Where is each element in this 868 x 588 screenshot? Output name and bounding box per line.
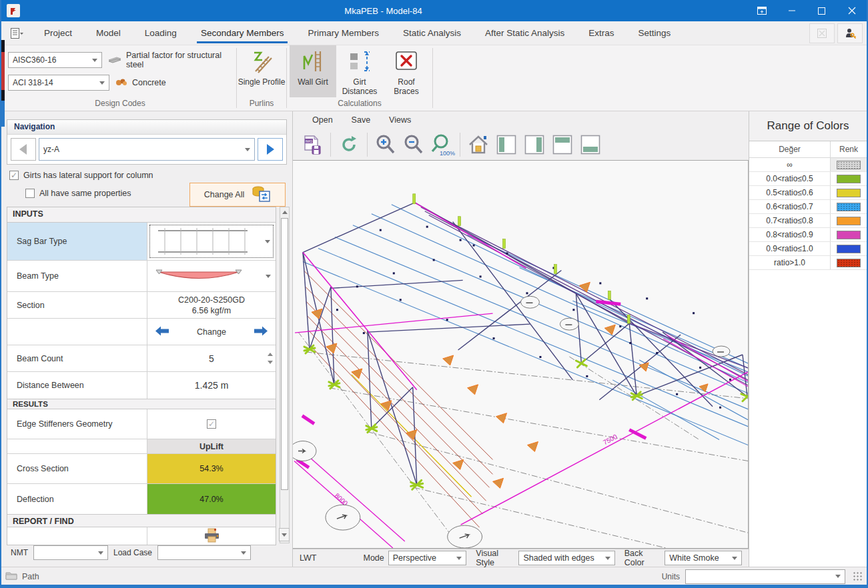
girt-distances-icon: [348, 49, 371, 75]
tab-model[interactable]: Model: [84, 21, 133, 45]
girt-distances-button[interactable]: Girt Distances: [336, 45, 383, 97]
model-canvas[interactable]: 8000 7500: [293, 160, 749, 549]
report-mini-combo[interactable]: [279, 528, 290, 541]
tab-settings[interactable]: Settings: [626, 21, 683, 45]
frame-select-combo[interactable]: yz-A: [39, 138, 255, 161]
beam-type-combo[interactable]: [149, 263, 274, 289]
same-properties-row: All have same properties Change All: [25, 185, 287, 201]
wall-girt-button[interactable]: Wall Girt: [290, 45, 336, 97]
legend-row: ∞: [749, 158, 867, 172]
nmt-label: NMT: [11, 548, 28, 557]
change-all-icon: [251, 185, 271, 205]
legend-row: 0.0<ratio≤0.5: [749, 172, 867, 186]
window-title: MkaPEB - Model-84: [20, 6, 747, 16]
menu-save[interactable]: Save: [343, 115, 380, 125]
menu-views[interactable]: Views: [380, 115, 420, 125]
zoom-out-icon[interactable]: [400, 131, 428, 159]
home-view-icon[interactable]: [464, 131, 492, 159]
mode-combo[interactable]: Perspective: [388, 551, 467, 565]
edge-stiffeners-checkbox[interactable]: ✓: [207, 419, 216, 429]
resize-grip[interactable]: [853, 572, 863, 581]
group-purlins: Single Profile Purlins: [237, 45, 286, 111]
steel-code-combo[interactable]: AISC360-16: [8, 52, 102, 68]
lwt-label[interactable]: LWT: [300, 553, 316, 563]
tab-loading[interactable]: Loading: [133, 21, 189, 45]
chevron-down-icon: [99, 81, 105, 85]
file-menu-icon[interactable]: [1, 21, 32, 45]
beam-type-label: Beam Type: [7, 261, 147, 291]
zoom-100-icon[interactable]: 100%: [428, 131, 456, 159]
change-all-button[interactable]: Change All: [189, 183, 286, 207]
sag-bar-type-combo[interactable]: [149, 225, 274, 258]
close-button[interactable]: [837, 0, 867, 21]
model-wireframe: 8000 7500: [293, 161, 748, 548]
visual-style-label: Visual Style: [476, 549, 514, 567]
chevron-down-icon: [605, 557, 610, 560]
ribbon-tabs: Project Model Loading Secondary Members …: [32, 21, 683, 45]
change-section-label[interactable]: Change: [197, 327, 226, 337]
tab-after-static-analysis[interactable]: After Static Analysis: [473, 21, 576, 45]
view-right-icon[interactable]: [520, 131, 548, 159]
section-label: Section: [7, 292, 147, 318]
legend-title: Range of Colors: [749, 111, 867, 141]
folder-icon: [5, 571, 17, 582]
print-report-icon[interactable]: [203, 528, 220, 545]
viewport-toolbar: IMG: [293, 129, 749, 160]
roof-braces-button[interactable]: Roof Braces: [383, 45, 430, 97]
color-swatch: [837, 245, 861, 253]
single-profile-button[interactable]: Single Profile: [237, 45, 286, 97]
concrete-code-combo[interactable]: ACI 318-14: [8, 75, 109, 91]
change-previous-icon[interactable]: [154, 325, 170, 339]
concrete-code-label: Concrete: [132, 78, 166, 87]
view-bottom-icon[interactable]: [576, 131, 604, 159]
same-properties-checkbox[interactable]: [25, 189, 35, 198]
single-profile-icon: [249, 49, 274, 75]
beam-count-stepper[interactable]: [268, 345, 273, 371]
steel-code-label: Partial factor for structural steel: [126, 51, 232, 69]
inputs-table: INPUTS Sag Bar Type: [7, 207, 276, 545]
view-left-icon[interactable]: [492, 131, 520, 159]
zoom-in-icon[interactable]: [372, 131, 400, 159]
ribbon-tab-bar: Project Model Loading Secondary Members …: [1, 21, 867, 45]
load-case-combo[interactable]: [157, 545, 251, 560]
nmt-combo[interactable]: [33, 545, 108, 560]
user-license-button[interactable]: [837, 23, 863, 43]
beam-count-value[interactable]: 5: [209, 353, 214, 364]
maximize-button[interactable]: [807, 0, 837, 21]
save-image-icon[interactable]: IMG: [298, 131, 326, 159]
roof-braces-icon: [394, 49, 419, 75]
visual-style-combo[interactable]: Shaded with edges: [518, 551, 614, 565]
scroll-up-icon[interactable]: [280, 207, 289, 217]
ribbon: AISC360-16 Partial factor for structural…: [1, 45, 867, 111]
back-color-combo[interactable]: White Smoke: [665, 551, 742, 565]
steel-icon: [107, 55, 122, 66]
scrollbar-thumb[interactable]: [281, 218, 288, 490]
uplift-header-row: UpLift: [7, 439, 276, 454]
tab-project[interactable]: Project: [32, 21, 84, 45]
legend-table: Değer Renk ∞ 0.0<ratio≤0.5 0.5<ratio≤0.6…: [749, 141, 867, 567]
edge-autohide-strip: [1, 40, 5, 127]
view-top-icon[interactable]: [548, 131, 576, 159]
tab-extras[interactable]: Extras: [576, 21, 626, 45]
legend-row: 0.9<ratio≤1.0: [749, 242, 867, 256]
status-bar: Path Units: [1, 567, 867, 585]
back-color-label: Back Color: [624, 549, 661, 567]
color-swatch: [837, 161, 861, 169]
group-design-codes: AISC360-16 Partial factor for structural…: [1, 45, 236, 111]
menu-open[interactable]: Open: [304, 115, 342, 125]
ribbon-display-options-icon[interactable]: [747, 0, 777, 21]
refresh-icon[interactable]: [335, 131, 363, 159]
tab-static-analysis[interactable]: Static Analysis: [391, 21, 473, 45]
minimize-button[interactable]: [777, 0, 807, 21]
nav-previous-button[interactable]: [11, 138, 36, 161]
mode-label: Mode: [363, 553, 384, 563]
lateral-support-checkbox[interactable]: ✓: [9, 171, 19, 180]
tab-secondary-members[interactable]: Secondary Members: [189, 21, 296, 45]
change-next-icon[interactable]: [253, 325, 269, 339]
properties-scrollbar[interactable]: [280, 207, 290, 543]
nav-next-button[interactable]: [258, 138, 283, 161]
legend-col-color[interactable]: Renk: [831, 141, 867, 157]
tab-primary-members[interactable]: Primary Members: [296, 21, 391, 45]
units-combo[interactable]: [685, 569, 845, 584]
legend-col-value[interactable]: Değer: [749, 141, 831, 157]
